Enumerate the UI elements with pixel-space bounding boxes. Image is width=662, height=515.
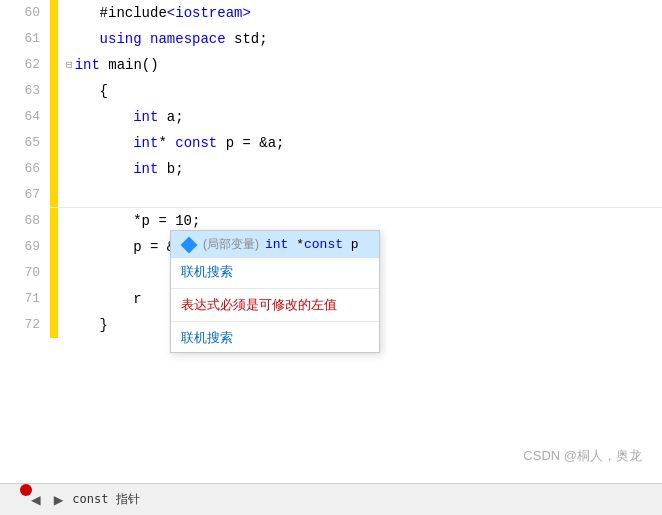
line-gutter-63	[50, 78, 58, 104]
autocomplete-item-variable[interactable]: (局部变量) int *const p	[171, 231, 379, 258]
code-line-62: 62 ⊟int main()	[0, 52, 662, 78]
line-content-64: int a;	[58, 104, 184, 130]
line-content-65: int* const p = &a;	[58, 130, 284, 156]
diamond-shape	[181, 236, 198, 253]
code-text: *	[158, 130, 175, 156]
variable-icon	[181, 237, 197, 253]
code-text: }	[66, 312, 108, 338]
code-text: {	[66, 78, 108, 104]
line-number-64: 64	[0, 104, 50, 130]
line-number-66: 66	[0, 156, 50, 182]
line-content-71: r	[58, 286, 142, 312]
line-gutter-69	[50, 234, 58, 260]
code-keyword: int	[133, 104, 158, 130]
line-number-60: 60	[0, 0, 50, 26]
bottom-nav: ◀ ▶ const 指针	[0, 483, 662, 515]
line-gutter-68	[50, 208, 58, 234]
line-number-61: 61	[0, 26, 50, 52]
error-indicator	[20, 484, 32, 496]
code-keyword: const	[175, 130, 217, 156]
code-text: p	[343, 237, 359, 252]
line-gutter-71	[50, 286, 58, 312]
line-content-72: }	[58, 312, 108, 338]
autocomplete-popup: (局部变量) int *const p 联机搜索 表达式必须是可修改的左值 联机…	[170, 230, 380, 353]
code-keyword: int	[133, 130, 158, 156]
code-text: r	[66, 286, 142, 312]
code-text: p = &a;	[217, 130, 284, 156]
code-line-66: 66 int b;	[0, 156, 662, 182]
line-content-60: #include<iostream>	[58, 0, 251, 26]
line-gutter-62	[50, 52, 58, 78]
code-text: main()	[100, 52, 159, 78]
code-text	[66, 130, 133, 156]
line-number-67: 67	[0, 182, 50, 208]
autocomplete-online-search-1[interactable]: 联机搜索	[171, 258, 379, 286]
autocomplete-tag: (局部变量)	[203, 236, 259, 253]
line-content-61: using namespace std;	[58, 26, 268, 52]
nav-next-button[interactable]: ▶	[50, 490, 68, 510]
code-text	[66, 26, 100, 52]
line-number-62: 62	[0, 52, 50, 78]
code-keyword: namespace	[150, 26, 226, 52]
line-gutter-72	[50, 312, 58, 338]
autocomplete-item-text: int *const p	[265, 237, 359, 252]
code-keyword: int	[133, 156, 158, 182]
code-text	[66, 156, 133, 182]
autocomplete-separator	[171, 288, 379, 289]
autocomplete-online-search-2[interactable]: 联机搜索	[171, 324, 379, 352]
code-text: #include	[66, 0, 167, 26]
line-gutter-70	[50, 260, 58, 286]
code-text: b;	[158, 156, 183, 182]
code-keyword: int	[265, 237, 288, 252]
nav-filename: const 指针	[72, 491, 139, 508]
watermark: CSDN @桐人，奥龙	[523, 447, 642, 465]
autocomplete-separator-2	[171, 321, 379, 322]
line-gutter-60	[50, 0, 58, 26]
code-keyword: const	[304, 237, 343, 252]
autocomplete-error: 表达式必须是可修改的左值	[171, 291, 379, 319]
line-content-62: ⊟int main()	[58, 52, 159, 78]
line-content-63: {	[58, 78, 108, 104]
line-number-63: 63	[0, 78, 50, 104]
code-text	[66, 104, 133, 130]
code-text: *	[288, 237, 304, 252]
line-number-70: 70	[0, 260, 50, 286]
code-keyword: int	[75, 52, 100, 78]
line-number-72: 72	[0, 312, 50, 338]
code-line-64: 64 int a;	[0, 104, 662, 130]
line-content-66: int b;	[58, 156, 184, 182]
fold-icon-62[interactable]: ⊟	[66, 52, 73, 78]
code-line-65: 65 int* const p = &a;	[0, 130, 662, 156]
code-text: std;	[226, 26, 268, 52]
line-number-69: 69	[0, 234, 50, 260]
line-number-71: 71	[0, 286, 50, 312]
line-gutter-67	[50, 182, 58, 207]
line-gutter-64	[50, 104, 58, 130]
line-gutter-66	[50, 156, 58, 182]
editor-container: 60 #include<iostream> 61 using namespace…	[0, 0, 662, 515]
line-gutter-65	[50, 130, 58, 156]
code-line-61: 61 using namespace std;	[0, 26, 662, 52]
code-text: a;	[158, 104, 183, 130]
code-line-67: 67	[0, 182, 662, 208]
code-line-63: 63 {	[0, 78, 662, 104]
code-text	[142, 26, 150, 52]
code-line-60: 60 #include<iostream>	[0, 0, 662, 26]
line-number-68: 68	[0, 208, 50, 234]
line-gutter-61	[50, 26, 58, 52]
code-text: <iostream>	[167, 0, 251, 26]
line-number-65: 65	[0, 130, 50, 156]
code-keyword: using	[100, 26, 142, 52]
